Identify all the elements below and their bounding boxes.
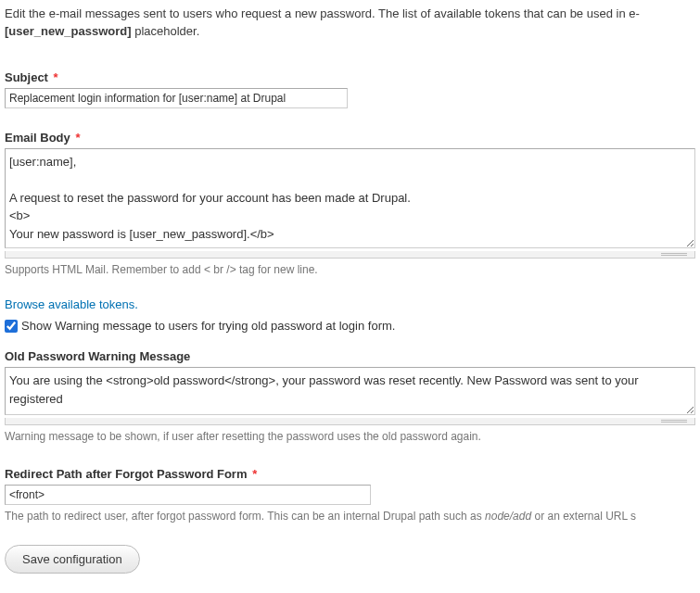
subject-label: Subject [5,70,48,84]
show-warning-checkbox[interactable] [5,320,18,333]
redirect-desc-em: node/add [485,510,531,523]
old-pw-warning-label: Old Password Warning Message [5,349,190,363]
redirect-description: The path to redirect user, after forgot … [5,509,695,524]
old-pw-warning-description: Warning message to be shown, if user aft… [5,429,695,445]
old-pw-warning-textarea[interactable]: You are using the <strong>old password</… [5,367,695,415]
email-body-description: Supports HTML Mail. Remember to add < br… [5,262,695,278]
resize-handle[interactable] [5,418,695,425]
show-warning-row: Show Warning message to users for trying… [5,319,695,333]
required-star-icon: * [252,467,257,481]
intro-line1: Edit the e-mail messages sent to users w… [5,6,640,20]
redirect-desc-after: or an external URL s [531,510,636,523]
redirect-input[interactable] [5,485,371,505]
required-star-icon: * [54,70,58,84]
redirect-label: Redirect Path after Forgot Password Form [5,467,248,481]
intro-text: Edit the e-mail messages sent to users w… [5,0,695,48]
browse-tokens-link[interactable]: Browse available tokens. [5,297,138,311]
required-star-icon: * [75,131,80,145]
subject-input[interactable] [5,88,348,108]
resize-handle[interactable] [5,251,695,259]
subject-field: Subject * [5,70,695,108]
email-body-textarea[interactable]: [user:name], A request to reset the pass… [5,148,695,248]
intro-after: placeholder. [132,24,200,38]
save-configuration-button[interactable]: Save configuration [5,545,140,574]
redirect-field: Redirect Path after Forgot Password Form… [5,467,695,524]
email-body-field: Email Body * [user:name], A request to r… [5,131,695,278]
intro-token: [user_new_password] [5,24,132,38]
submit-block: Save configuration [5,545,695,574]
redirect-desc-before: The path to redirect user, after forgot … [5,510,485,523]
show-warning-label: Show Warning message to users for trying… [21,319,395,333]
email-body-label: Email Body [5,131,70,145]
old-password-warning-field: Old Password Warning Message You are usi… [5,349,695,445]
